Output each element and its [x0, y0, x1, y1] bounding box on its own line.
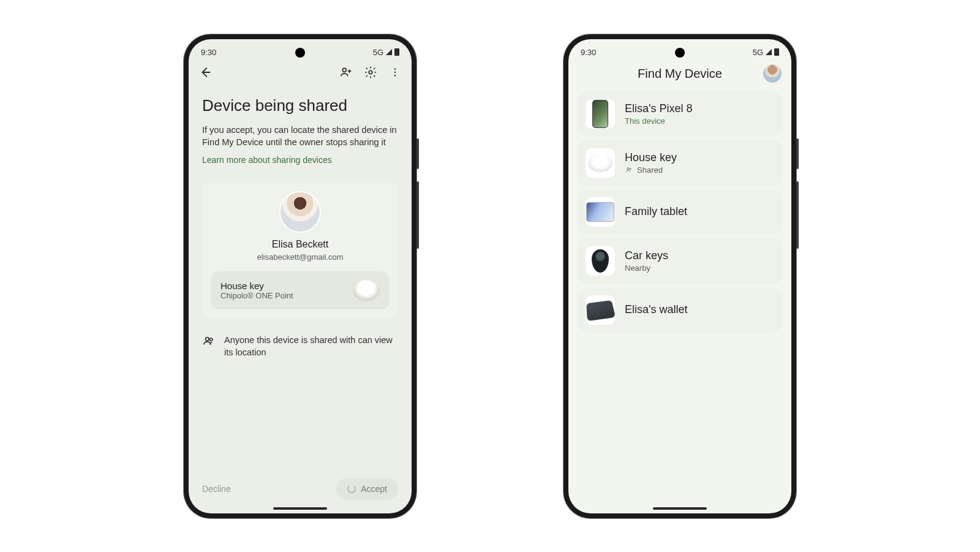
- sharer-email: elisabeckett@gmail.com: [211, 252, 390, 262]
- svg-point-2: [394, 68, 396, 69]
- device-row-carkeys[interactable]: Car keys Nearby: [577, 238, 783, 284]
- share-info-row: Anyone this device is shared with can vi…: [202, 334, 398, 359]
- page-title: Device being shared: [202, 96, 398, 115]
- person-add-icon: [339, 66, 353, 79]
- settings-button[interactable]: [364, 66, 377, 79]
- power-button: [796, 138, 799, 169]
- device-row-wallet[interactable]: Elisa's wallet: [577, 287, 783, 333]
- share-info-text: Anyone this device is shared with can vi…: [224, 334, 398, 359]
- sharer-card: Elisa Beckett elisabeckett@gmail.com Hou…: [202, 180, 398, 318]
- device-thumb: [586, 246, 615, 276]
- device-row-pixel[interactable]: Elisa's Pixel 8 This device: [577, 91, 783, 137]
- device-name: Elisa's Pixel 8: [625, 102, 692, 115]
- status-time: 9:30: [581, 48, 596, 57]
- svg-point-7: [627, 168, 629, 170]
- signal-icon: [386, 49, 392, 55]
- device-thumb: [586, 295, 615, 325]
- accept-button[interactable]: Accept: [336, 478, 398, 500]
- device-list: Elisa's Pixel 8 This device House key Sh…: [568, 88, 791, 336]
- app-title: Find My Device: [638, 67, 722, 81]
- device-name: House key: [625, 151, 677, 164]
- volume-button: [417, 181, 419, 249]
- device-row-housekey[interactable]: House key Shared: [577, 140, 783, 186]
- device-name: Elisa's wallet: [625, 303, 687, 316]
- back-button[interactable]: [198, 66, 212, 79]
- device-sublabel: This device: [625, 116, 692, 126]
- svg-point-0: [342, 68, 346, 72]
- sharer-name: Elisa Beckett: [211, 239, 390, 250]
- svg-point-4: [394, 75, 396, 76]
- app-bar: [189, 61, 412, 84]
- device-thumb: [586, 99, 615, 129]
- device-sublabel: Shared: [625, 165, 677, 175]
- sharer-avatar: [281, 192, 320, 232]
- camera-cutout: [295, 48, 305, 58]
- group-icon: [625, 165, 633, 174]
- group-icon: [202, 334, 216, 347]
- status-time: 9:30: [201, 48, 216, 57]
- overflow-button[interactable]: [388, 66, 402, 79]
- device-row-tablet[interactable]: Family tablet: [577, 189, 783, 235]
- device-name: Car keys: [625, 249, 668, 262]
- decline-button[interactable]: Decline: [202, 484, 231, 494]
- loading-spinner-icon: [347, 485, 356, 493]
- account-avatar[interactable]: [763, 64, 782, 83]
- svg-point-8: [630, 168, 631, 170]
- status-network: 5G: [753, 48, 763, 57]
- svg-point-5: [206, 338, 209, 341]
- shared-device-model: Chipolo® ONE Point: [221, 291, 293, 300]
- gear-icon: [364, 66, 377, 79]
- page-description: If you accept, you can locate the shared…: [202, 124, 398, 149]
- svg-point-6: [209, 338, 212, 341]
- signal-icon: [766, 49, 772, 55]
- volume-button: [796, 181, 799, 249]
- arrow-back-icon: [198, 66, 212, 79]
- shared-device-image: [353, 280, 380, 301]
- svg-point-3: [394, 71, 396, 72]
- add-person-button[interactable]: [339, 66, 353, 79]
- app-header: Find My Device: [568, 61, 791, 88]
- learn-more-link[interactable]: Learn more about sharing devices: [202, 155, 332, 165]
- battery-icon: [394, 48, 399, 56]
- accept-label: Accept: [361, 484, 387, 494]
- device-sublabel: Nearby: [625, 263, 668, 273]
- device-thumb: [586, 148, 615, 178]
- power-button: [417, 138, 419, 169]
- shared-device-chip: House key Chipolo® ONE Point: [211, 271, 390, 309]
- device-name: Family tablet: [625, 205, 687, 218]
- shared-device-name: House key: [221, 281, 293, 291]
- device-thumb: [586, 197, 615, 227]
- nav-bar[interactable]: [653, 507, 707, 510]
- phone-left: 9:30 5G: [184, 34, 417, 518]
- nav-bar[interactable]: [273, 507, 327, 510]
- phone-right: 9:30 5G Find My Device Elisa's Pixel 8 T…: [564, 34, 796, 518]
- camera-cutout: [675, 48, 685, 58]
- svg-point-1: [369, 70, 372, 74]
- battery-icon: [774, 48, 779, 56]
- more-vert-icon: [390, 66, 401, 79]
- status-network: 5G: [373, 48, 383, 57]
